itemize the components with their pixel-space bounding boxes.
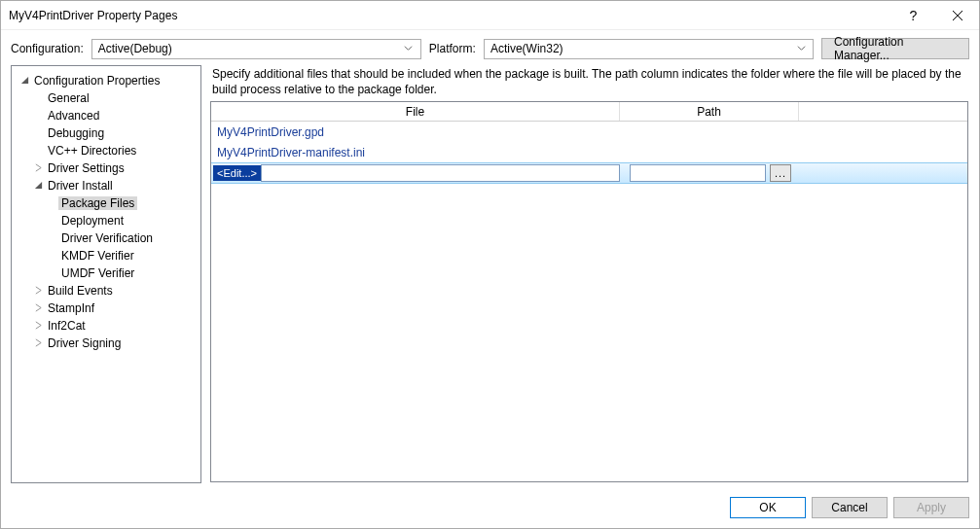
tree-item-label: Deployment (58, 214, 127, 228)
tree-item-label: KMDF Verifier (58, 249, 137, 263)
tree-item-label: General (45, 91, 92, 105)
configuration-combo[interactable]: Active(Debug) (91, 39, 421, 59)
path-input[interactable] (630, 164, 766, 182)
window-title: MyV4PrintDriver Property Pages (9, 9, 177, 22)
tree-item[interactable]: StampInf (14, 300, 199, 317)
help-button[interactable]: ? (891, 1, 935, 29)
tree-item[interactable]: Advanced (14, 107, 199, 124)
tree-item-label: VC++ Directories (45, 144, 139, 158)
column-header-file[interactable]: File (211, 102, 620, 121)
description-text: Specify additional files that should be … (210, 66, 968, 101)
platform-combo[interactable]: Active(Win32) (484, 39, 814, 59)
tree-item[interactable]: Inf2Cat (14, 317, 199, 335)
cell-file: MyV4PrintDriver-manifest.ini (211, 146, 620, 159)
tree-item-label: Package Files (58, 196, 137, 210)
property-pages-window: MyV4PrintDriver Property Pages ? Configu… (0, 0, 980, 529)
tree-item[interactable]: Configuration Properties (14, 72, 199, 89)
edit-placeholder-tag[interactable]: <Edit...> (213, 165, 261, 181)
tree-item[interactable]: KMDF Verifier (14, 247, 199, 264)
edit-file-cell: <Edit...> (211, 164, 620, 182)
tree-item-label: Driver Install (45, 179, 116, 193)
grid-header: File Path (211, 102, 967, 122)
tree-item-label: Debugging (45, 126, 107, 140)
configuration-label: Configuration: (11, 42, 84, 55)
grid-row[interactable]: MyV4PrintDriver.gpd (211, 122, 967, 142)
tree-item[interactable]: Driver Install (14, 177, 199, 194)
tree-item-label: Build Events (45, 284, 116, 298)
cancel-button[interactable]: Cancel (812, 497, 888, 518)
footer: OK Cancel Apply (1, 491, 979, 528)
tree-item[interactable]: Package Files (14, 194, 199, 212)
chevron-down-icon (401, 42, 417, 55)
svg-marker-3 (34, 181, 41, 188)
configuration-value: Active(Debug) (98, 42, 172, 55)
files-grid: File Path MyV4PrintDriver.gpdMyV4PrintDr… (210, 101, 968, 482)
tree-item[interactable]: UMDF Verifier (14, 264, 199, 282)
titlebar: MyV4PrintDriver Property Pages ? (1, 1, 979, 30)
column-header-spacer (799, 102, 967, 121)
tree-item[interactable]: Build Events (14, 282, 199, 300)
column-header-path[interactable]: Path (620, 102, 799, 121)
tree-item[interactable]: Driver Verification (14, 229, 199, 247)
cell-file: MyV4PrintDriver.gpd (211, 125, 620, 139)
tree-item[interactable]: Deployment (14, 212, 199, 229)
body: Configuration Properties General Advance… (1, 65, 979, 491)
close-icon (953, 11, 962, 20)
tree-item-label: Inf2Cat (45, 319, 89, 333)
tree-item-label: StampInf (45, 301, 97, 315)
tree-item-label: Driver Signing (45, 336, 124, 350)
tree-item-label: Driver Settings (45, 161, 127, 175)
tree-expander-closed-icon[interactable] (31, 303, 45, 314)
properties-tree[interactable]: Configuration Properties General Advance… (11, 65, 201, 483)
svg-marker-2 (20, 76, 27, 83)
platform-label: Platform: (429, 42, 476, 55)
tree-item[interactable]: Driver Settings (14, 159, 199, 177)
browse-button[interactable]: ... (770, 164, 791, 182)
grid-body: MyV4PrintDriver.gpdMyV4PrintDriver-manif… (211, 122, 967, 481)
close-button[interactable] (935, 1, 979, 29)
tree-expander-closed-icon[interactable] (31, 163, 45, 174)
tree-expander-open-icon[interactable] (31, 181, 45, 192)
chevron-down-icon (793, 42, 809, 55)
tree-expander-open-icon[interactable] (18, 76, 31, 87)
tree-item[interactable]: General (14, 89, 199, 107)
ok-button[interactable]: OK (730, 497, 806, 518)
tree-item[interactable]: VC++ Directories (14, 142, 199, 159)
tree-expander-closed-icon[interactable] (31, 321, 45, 332)
tree-item-label: Configuration Properties (31, 74, 163, 88)
platform-value: Active(Win32) (490, 42, 563, 55)
tree-item[interactable]: Driver Signing (14, 335, 199, 352)
config-bar: Configuration: Active(Debug) Platform: A… (1, 30, 979, 65)
file-input[interactable] (261, 164, 620, 182)
grid-edit-row[interactable]: <Edit...>... (211, 162, 967, 184)
apply-button[interactable]: Apply (893, 497, 969, 518)
tree-item-label: Driver Verification (58, 231, 156, 245)
tree-expander-closed-icon[interactable] (31, 286, 45, 297)
grid-row[interactable]: MyV4PrintDriver-manifest.ini (211, 142, 967, 162)
tree-item-label: Advanced (45, 109, 102, 123)
tree-expander-closed-icon[interactable] (31, 338, 45, 349)
right-pane: Specify additional files that should be … (209, 65, 969, 483)
edit-path-cell: ... (620, 164, 799, 182)
configuration-manager-button[interactable]: Configuration Manager... (821, 38, 969, 59)
tree-item-label: UMDF Verifier (58, 266, 137, 280)
tree-item[interactable]: Debugging (14, 124, 199, 142)
